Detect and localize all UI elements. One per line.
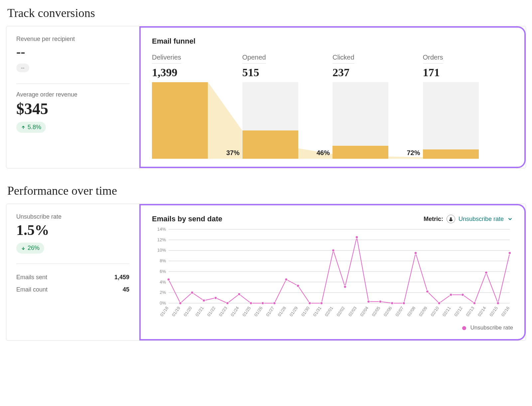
avg-order-value: $345: [16, 100, 129, 118]
svg-text:01/25: 01/25: [241, 305, 252, 317]
svg-point-57: [250, 302, 252, 304]
svg-text:02/14: 02/14: [477, 305, 487, 317]
svg-point-60: [285, 278, 288, 281]
svg-point-59: [273, 302, 276, 304]
unsub-label: Unsubscribe rate: [16, 213, 129, 220]
svg-point-66: [355, 236, 358, 239]
rev-per-recipient-badge: --: [16, 64, 29, 72]
rev-per-recipient-value: --: [16, 44, 129, 60]
svg-point-0: [450, 217, 452, 219]
svg-point-56: [238, 293, 240, 296]
svg-text:2%: 2%: [160, 290, 166, 295]
svg-text:6%: 6%: [160, 269, 166, 274]
svg-text:02/13: 02/13: [465, 305, 475, 317]
unsub-delta-badge: 26%: [16, 243, 44, 254]
svg-text:02/06: 02/06: [383, 305, 393, 317]
svg-point-58: [261, 302, 264, 304]
svg-text:01/30: 01/30: [300, 305, 311, 317]
performance-card: Unsubscribe rate 1.5% 26% Emails sent 1,…: [6, 204, 526, 341]
metric-selector-value: Unsubscribe rate: [459, 216, 504, 223]
funnel-stage-value: 237: [332, 66, 349, 79]
svg-text:01/22: 01/22: [206, 305, 216, 317]
svg-point-61: [297, 285, 299, 287]
track-conversions-title: Track conversions: [7, 6, 526, 20]
chevron-down-icon: [507, 216, 513, 222]
funnel-stage-labels: Deliveries 1,399 Opened 515 Clicked 237 …: [152, 54, 513, 79]
emails-sent-value: 1,459: [114, 274, 129, 281]
svg-point-72: [426, 290, 429, 293]
svg-text:02/07: 02/07: [394, 305, 405, 317]
email-count-label: Email count: [16, 286, 48, 293]
svg-text:01/24: 01/24: [230, 305, 240, 317]
legend-dot-icon: [462, 326, 466, 330]
svg-point-53: [202, 299, 205, 302]
funnel-title: Email funnel: [152, 37, 513, 46]
rev-per-recipient-label: Revenue per recipient: [16, 36, 129, 43]
legend-label: Unsubscribe rate: [470, 324, 513, 331]
svg-point-71: [414, 252, 417, 254]
svg-point-70: [403, 302, 405, 304]
svg-text:02/03: 02/03: [347, 305, 358, 317]
funnel-panel: Email funnel Deliveries 1,399 Opened 515…: [139, 26, 526, 168]
avg-order-delta-text: 5.8%: [28, 124, 41, 131]
svg-point-62: [309, 302, 311, 304]
unsub-delta-text: 26%: [28, 245, 40, 252]
svg-point-50: [167, 278, 170, 281]
unsub-value: 1.5%: [16, 222, 129, 239]
svg-point-52: [191, 291, 194, 294]
metric-selector[interactable]: Metric: Unsubscribe rate: [424, 215, 513, 223]
svg-text:01/28: 01/28: [277, 305, 287, 317]
svg-point-78: [497, 302, 499, 304]
svg-text:01/27: 01/27: [265, 305, 275, 317]
svg-text:10%: 10%: [157, 248, 166, 253]
svg-text:02/01: 02/01: [324, 305, 334, 317]
svg-text:01/31: 01/31: [312, 305, 322, 317]
funnel-conversion-pct: 72%: [388, 149, 420, 157]
svg-point-76: [473, 302, 476, 304]
avg-order-label: Average order revenue: [16, 91, 129, 98]
avg-order-delta-badge: 5.8%: [16, 122, 46, 133]
svg-point-55: [226, 302, 229, 304]
svg-text:01/29: 01/29: [289, 305, 299, 317]
svg-text:12%: 12%: [157, 237, 166, 242]
funnel-chart: 37%46%72%: [152, 82, 513, 159]
line-chart-legend: Unsubscribe rate: [152, 324, 513, 331]
svg-point-69: [391, 302, 393, 304]
svg-text:02/05: 02/05: [371, 305, 381, 317]
funnel-stage-value: 515: [242, 66, 259, 79]
svg-text:02/10: 02/10: [430, 305, 440, 317]
funnel-stage-label: Opened: [242, 54, 266, 64]
svg-text:0%: 0%: [160, 301, 166, 305]
svg-text:14%: 14%: [157, 227, 166, 232]
perf-left-panel: Unsubscribe rate 1.5% 26% Emails sent 1,…: [6, 204, 139, 340]
mailchimp-icon: [447, 215, 455, 223]
svg-point-1: [449, 219, 453, 221]
svg-point-3: [451, 218, 452, 218]
svg-point-74: [450, 294, 452, 296]
svg-point-54: [214, 297, 217, 299]
svg-point-51: [179, 302, 182, 304]
emails-sent-row: Emails sent 1,459: [16, 271, 129, 284]
svg-text:01/26: 01/26: [253, 305, 264, 317]
svg-point-64: [332, 249, 334, 252]
svg-text:01/21: 01/21: [195, 305, 205, 317]
funnel-stage-label: Clicked: [332, 54, 354, 64]
funnel-conversion-pct: 46%: [298, 149, 330, 157]
track-conversions-card: Revenue per recipient -- -- Average orde…: [6, 26, 526, 168]
svg-text:02/11: 02/11: [442, 305, 452, 317]
email-count-row: Email count 45: [16, 284, 129, 296]
svg-text:02/02: 02/02: [335, 305, 346, 317]
svg-text:02/08: 02/08: [406, 305, 416, 317]
metric-selector-label: Metric:: [424, 216, 443, 223]
svg-text:02/15: 02/15: [488, 305, 499, 317]
funnel-stage-value: 1,399: [152, 66, 178, 79]
svg-text:8%: 8%: [160, 258, 166, 263]
funnel-conversion-pct: 37%: [208, 149, 239, 157]
svg-text:01/23: 01/23: [218, 305, 228, 317]
performance-title: Performance over time: [7, 184, 526, 198]
svg-point-65: [344, 286, 346, 288]
funnel-stage-label: Orders: [423, 54, 443, 64]
track-left-panel: Revenue per recipient -- -- Average orde…: [6, 26, 139, 168]
svg-text:02/09: 02/09: [418, 305, 428, 317]
emails-sent-label: Emails sent: [16, 274, 47, 281]
